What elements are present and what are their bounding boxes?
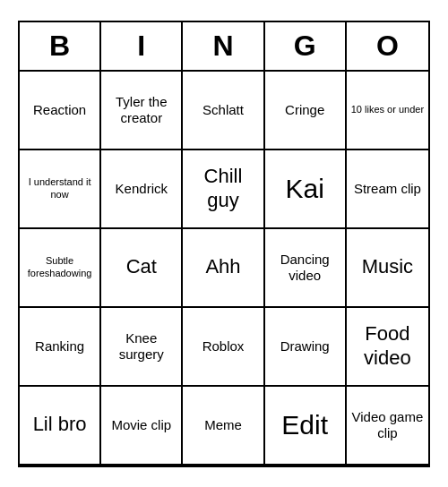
bingo-cell-0: Reaction xyxy=(20,72,101,150)
bingo-cell-22: Meme xyxy=(183,387,264,466)
bingo-cell-11: Cat xyxy=(101,229,183,308)
bingo-cell-1: Tyler the creator xyxy=(101,72,183,150)
bingo-letter-G: G xyxy=(265,22,347,70)
bingo-cell-13: Dancing video xyxy=(265,229,347,308)
bingo-cell-5: I understand it now xyxy=(20,150,101,229)
bingo-letter-O: O xyxy=(347,22,428,70)
bingo-cell-24: Video game clip xyxy=(347,387,428,466)
bingo-cell-21: Movie clip xyxy=(101,387,183,466)
bingo-cell-17: Roblox xyxy=(183,308,264,387)
bingo-header: BINGO xyxy=(20,22,428,72)
bingo-cell-10: Subtle foreshadowing xyxy=(20,229,101,308)
bingo-cell-23: Edit xyxy=(265,387,347,466)
bingo-cell-15: Ranking xyxy=(20,308,101,387)
bingo-letter-B: B xyxy=(20,22,101,70)
bingo-cell-6: Kendrick xyxy=(101,150,183,229)
bingo-cell-16: Knee surgery xyxy=(101,308,183,387)
bingo-cell-3: Cringe xyxy=(265,72,347,150)
bingo-letter-N: N xyxy=(183,22,264,70)
bingo-cell-9: Stream clip xyxy=(347,150,428,229)
bingo-cell-7: Chill guy xyxy=(183,150,264,229)
bingo-cell-20: Lil bro xyxy=(20,387,101,466)
bingo-grid: ReactionTyler the creatorSchlattCringe10… xyxy=(20,72,428,466)
bingo-cell-8: Kai xyxy=(265,150,347,229)
bingo-cell-4: 10 likes or under xyxy=(347,72,428,150)
bingo-letter-I: I xyxy=(101,22,183,70)
bingo-cell-18: Drawing xyxy=(265,308,347,387)
bingo-cell-19: Food video xyxy=(347,308,428,387)
bingo-cell-12: Ahh xyxy=(183,229,264,308)
bingo-board: BINGO ReactionTyler the creatorSchlattCr… xyxy=(18,21,430,467)
bingo-cell-2: Schlatt xyxy=(183,72,264,150)
bingo-cell-14: Music xyxy=(347,229,428,308)
